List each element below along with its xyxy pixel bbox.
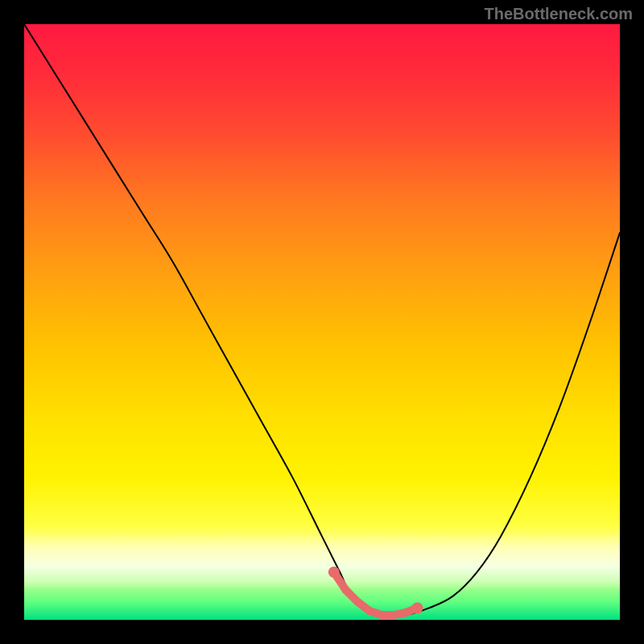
highlight-point <box>353 598 361 606</box>
chart-svg <box>24 24 620 620</box>
highlight-point <box>365 607 374 615</box>
highlight-point <box>390 611 398 619</box>
bottleneck-curve <box>24 24 620 617</box>
watermark-text: TheBottleneck.com <box>485 5 633 23</box>
highlight-markers <box>328 567 423 619</box>
highlight-point <box>342 586 350 594</box>
chart-plot-area <box>24 24 620 620</box>
highlight-point <box>411 602 423 613</box>
highlight-point <box>402 609 410 617</box>
highlight-point <box>328 567 340 578</box>
highlight-point <box>378 611 386 619</box>
